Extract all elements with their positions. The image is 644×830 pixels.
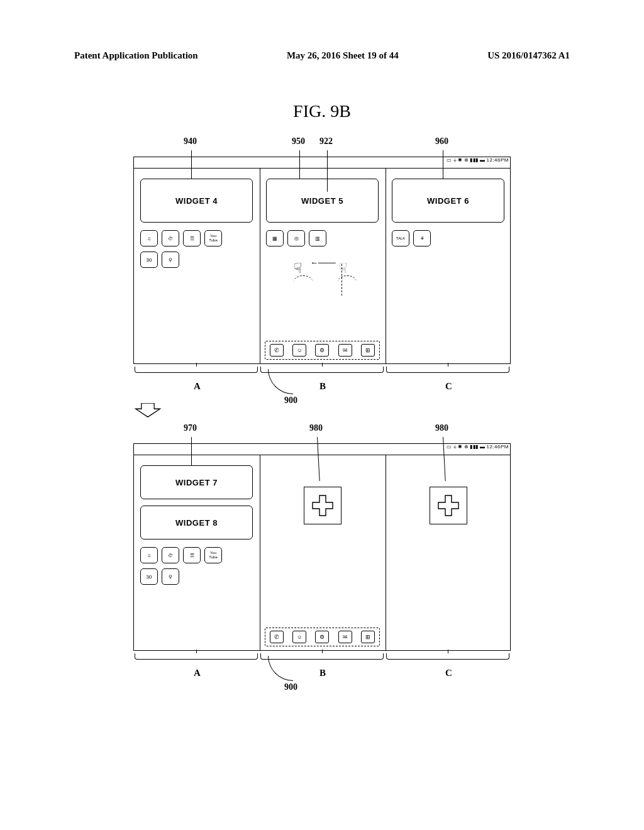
status-signal-icon: ▮▮▮ <box>470 157 479 163</box>
ref-950: 950 <box>292 136 305 147</box>
ref-922: 922 <box>319 136 333 147</box>
status-battery-icon: ▭ <box>447 157 452 163</box>
panel-b-app-row: ▦ ◎ ▥ <box>260 229 385 248</box>
status-signal-icon: ▮▮▮ <box>470 444 479 450</box>
ref-980a: 980 <box>309 423 323 433</box>
widget-7[interactable]: WIDGET 7 <box>140 465 253 499</box>
calendar-30-icon[interactable]: 30 <box>140 252 158 268</box>
device-status-bar-2: ▭ ⏚ ✱ ⊗ ▮▮▮ ▬ 12:46PM <box>134 444 510 455</box>
dock-phone-icon[interactable]: ✆ <box>270 344 284 357</box>
dock-mail-icon[interactable]: ✉ <box>338 631 352 643</box>
widget-5[interactable]: WIDGET 5 <box>266 179 379 223</box>
widget-4[interactable]: WIDGET 4 <box>140 179 253 223</box>
status-alarm-icon: ⊗ <box>464 157 469 163</box>
youtube-icon[interactable]: You Tube <box>204 547 222 563</box>
add-placeholder-b[interactable] <box>304 487 341 524</box>
status-wifi-icon: ⏚ <box>453 444 457 450</box>
status-battery2-icon: ▬ <box>480 444 486 450</box>
ref-970: 970 <box>184 423 197 433</box>
reference-numerals-bottom: 970 980 980 <box>133 423 511 437</box>
golf-icon[interactable]: ⚲ <box>162 568 179 585</box>
status-battery2-icon: ▬ <box>480 157 486 163</box>
panel-a2-app-row-2: 30 ⚲ <box>134 567 259 586</box>
device-status-bar: ▭ ⏚ ✱ ⊗ ▮▮▮ ▬ 12:46PM <box>134 157 510 169</box>
panel-a-app-row-2: 30 ⚲ <box>134 250 259 269</box>
dock-browser-icon[interactable]: ⚙ <box>315 344 329 357</box>
page-header: Patent Application Publication May 26, 2… <box>0 0 644 61</box>
device-frame: ▭ ⏚ ✱ ⊗ ▮▮▮ ▬ 12:46PM WIDGET 4 ♫ ⏱ ☰ Y <box>133 157 511 364</box>
status-time-2: 12:46PM <box>486 444 509 450</box>
tiles-icon[interactable]: ☰ <box>183 230 201 246</box>
dock-contacts-icon[interactable]: ☺ <box>292 631 306 643</box>
clock-icon[interactable]: ⏱ <box>162 547 179 563</box>
tiles-icon[interactable]: ☰ <box>183 547 201 563</box>
header-left: Patent Application Publication <box>74 50 198 61</box>
bracket-a <box>135 367 258 373</box>
youtube-icon[interactable]: You Tube <box>204 230 222 246</box>
transition-arrow-down-icon <box>133 403 162 418</box>
status-battery-icon: ▭ <box>447 444 452 450</box>
trash-icon[interactable]: ▥ <box>309 230 326 246</box>
plus-icon <box>437 494 460 517</box>
motion-arc-2 <box>338 275 357 288</box>
bracket-a-2 <box>135 653 258 660</box>
status-icons: ▭ ⏚ ✱ ⊗ ▮▮▮ ▬ 12:46PM <box>447 157 509 163</box>
motion-arc-1 <box>294 275 313 288</box>
ref-940: 940 <box>184 136 197 147</box>
bracket-label-c: C <box>445 381 452 392</box>
panel-a-app-row-1: ♫ ⏱ ☰ You Tube <box>134 229 259 248</box>
panel-a: WIDGET 4 ♫ ⏱ ☰ You Tube 30 ⚲ <box>134 169 260 363</box>
ref-960: 960 <box>435 136 448 147</box>
dock-browser-icon[interactable]: ⚙ <box>315 631 329 643</box>
plus-icon <box>311 494 334 517</box>
panel-c: WIDGET 6 TALK ⚘ <box>386 169 511 363</box>
dock-phone-icon[interactable]: ✆ <box>270 631 284 643</box>
dock-contacts-icon[interactable]: ☺ <box>292 344 306 357</box>
dock-apps-icon[interactable]: ⊞ <box>361 344 375 357</box>
panel-c-app-row: TALK ⚘ <box>386 229 511 248</box>
reference-numerals-top: 940 950 922 960 <box>133 136 511 150</box>
panel-b: WIDGET 5 ▦ ◎ ▥ ☟ ←─── ☟ ✆ ☺ ⚙ ✉ ⊞ <box>260 169 386 363</box>
golf-icon[interactable]: ⚲ <box>162 252 179 268</box>
bracket-c-2 <box>386 653 509 660</box>
leader-900-curve <box>268 369 293 394</box>
dock-apps-icon[interactable]: ⊞ <box>361 631 375 643</box>
header-center: May 26, 2016 Sheet 19 of 44 <box>287 50 399 61</box>
calendar-30-icon[interactable]: 30 <box>140 568 158 585</box>
add-placeholder-c[interactable] <box>430 487 467 524</box>
label-900: 900 <box>284 396 297 406</box>
dock-bar: ✆ ☺ ⚙ ✉ ⊞ <box>265 341 380 360</box>
calculator-icon[interactable]: ▦ <box>266 230 284 246</box>
status-alarm-icon: ⊗ <box>464 444 469 450</box>
widget-8[interactable]: WIDGET 8 <box>140 506 253 540</box>
header-right: US 2016/0147362 A1 <box>487 50 570 61</box>
figure-title: FIG. 9B <box>0 101 644 121</box>
status-bluetooth-icon: ✱ <box>458 157 463 163</box>
state-before: 940 950 922 960 ▭ ⏚ ✱ ⊗ ▮▮▮ ▬ 12:46PM <box>133 136 511 364</box>
music-icon[interactable]: ♫ <box>140 547 158 563</box>
talk-icon[interactable]: TALK <box>392 230 409 246</box>
motion-vertical-dash <box>341 264 342 296</box>
bracket-label-a: A <box>194 381 201 392</box>
dock-bar-2: ✆ ☺ ⚙ ✉ ⊞ <box>265 628 380 646</box>
panel-a2-app-row-1: ♫ ⏱ ☰ You Tube <box>134 546 259 565</box>
status-icons-2: ▭ ⏚ ✱ ⊗ ▮▮▮ ▬ 12:46PM <box>447 444 509 450</box>
music-icon[interactable]: ♫ <box>140 230 158 246</box>
leader-900-curve-2 <box>268 656 293 681</box>
bracket-label-b-2: B <box>319 668 326 678</box>
panel-b-2: ✆ ☺ ⚙ ✉ ⊞ <box>260 455 386 650</box>
disc-icon[interactable]: ◎ <box>287 230 305 246</box>
bracket-label-c-2: C <box>445 668 452 678</box>
status-time: 12:46PM <box>486 157 509 163</box>
widget-6[interactable]: WIDGET 6 <box>392 179 504 223</box>
flower-icon[interactable]: ⚘ <box>413 230 431 246</box>
state-after: 970 980 980 ▭ ⏚ ✱ ⊗ ▮▮▮ ▬ 12:46PM <box>133 423 511 651</box>
clock-icon[interactable]: ⏱ <box>162 230 179 246</box>
bracket-label-a-2: A <box>194 668 201 678</box>
swipe-arrow-icon: ←─── <box>310 258 336 268</box>
panel-c-2 <box>386 455 511 650</box>
dock-mail-icon[interactable]: ✉ <box>338 344 352 357</box>
status-bluetooth-icon: ✱ <box>458 444 463 450</box>
status-wifi-icon: ⏚ <box>453 157 457 163</box>
panel-a-2: WIDGET 7 WIDGET 8 ♫ ⏱ ☰ You Tube 30 ⚲ <box>134 455 260 650</box>
